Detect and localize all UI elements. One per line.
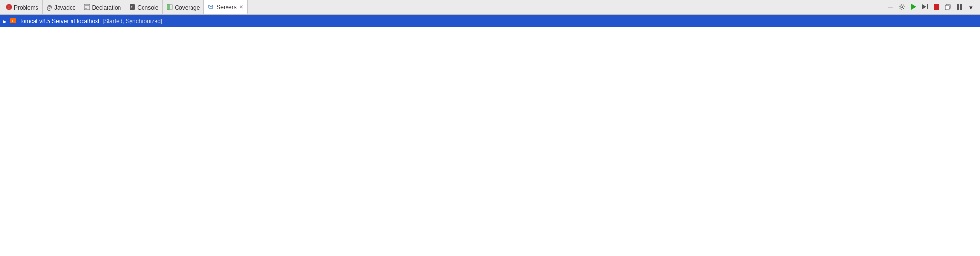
tab-bar-left: ! Problems @ Javadoc bbox=[2, 0, 883, 14]
svg-rect-21 bbox=[945, 5, 949, 10]
stop-button[interactable] bbox=[931, 2, 942, 13]
server-status: [Started, Synchronized] bbox=[102, 18, 162, 24]
declaration-icon bbox=[84, 4, 90, 12]
chevron-down-icon: ▾ bbox=[969, 4, 973, 11]
copy-icon bbox=[945, 4, 951, 12]
svg-text:>_: >_ bbox=[131, 5, 135, 9]
run-button[interactable] bbox=[908, 2, 919, 13]
skip-button[interactable] bbox=[920, 2, 930, 13]
svg-marker-16 bbox=[911, 4, 916, 10]
run-icon bbox=[909, 3, 917, 12]
stop-icon bbox=[933, 4, 940, 12]
tab-servers[interactable]: Servers ✕ bbox=[204, 0, 247, 14]
tab-coverage[interactable]: Coverage bbox=[163, 0, 204, 14]
tab-problems[interactable]: ! Problems bbox=[2, 0, 43, 14]
tab-servers-label: Servers bbox=[216, 4, 236, 11]
svg-text:T: T bbox=[12, 19, 14, 23]
svg-marker-17 bbox=[922, 4, 926, 9]
svg-point-15 bbox=[901, 6, 903, 8]
toolbar-right: ─ bbox=[883, 2, 978, 13]
javadoc-icon: @ bbox=[47, 4, 52, 11]
expand-arrow-icon: ▶ bbox=[3, 19, 7, 24]
settings-button[interactable] bbox=[896, 2, 907, 13]
tab-servers-close[interactable]: ✕ bbox=[239, 5, 243, 10]
copy-button[interactable] bbox=[943, 2, 953, 13]
tomcat-icon: T bbox=[10, 17, 16, 25]
svg-rect-24 bbox=[957, 7, 959, 10]
tab-declaration-label: Declaration bbox=[92, 4, 121, 11]
minimize-button[interactable]: ─ bbox=[885, 2, 896, 13]
grid-icon bbox=[956, 4, 963, 12]
svg-text:!: ! bbox=[8, 5, 10, 10]
problems-icon: ! bbox=[6, 4, 12, 12]
content-area: ▶ T Tomcat v8.5 Server at localhost [Sta… bbox=[0, 15, 980, 256]
skip-icon bbox=[921, 3, 928, 12]
server-name: Tomcat v8.5 Server at localhost bbox=[19, 18, 99, 24]
tab-declaration[interactable]: Declaration bbox=[80, 0, 126, 14]
tab-console[interactable]: >_ Console bbox=[125, 0, 163, 14]
console-icon: >_ bbox=[129, 4, 135, 12]
panel-container: ! Problems @ Javadoc bbox=[0, 0, 980, 256]
server-row[interactable]: ▶ T Tomcat v8.5 Server at localhost [Sta… bbox=[0, 15, 980, 27]
svg-rect-23 bbox=[960, 4, 962, 7]
svg-rect-18 bbox=[927, 4, 928, 9]
svg-rect-9 bbox=[167, 4, 170, 10]
coverage-icon bbox=[167, 4, 173, 12]
tab-problems-label: Problems bbox=[14, 4, 38, 11]
minimize-icon: ─ bbox=[888, 4, 892, 11]
tab-javadoc-label: Javadoc bbox=[54, 4, 76, 11]
grid-button[interactable] bbox=[954, 2, 965, 13]
tab-javadoc[interactable]: @ Javadoc bbox=[43, 0, 80, 14]
servers-icon bbox=[208, 3, 215, 11]
svg-rect-19 bbox=[934, 4, 939, 10]
settings-icon bbox=[898, 3, 905, 12]
tab-bar: ! Problems @ Javadoc bbox=[0, 0, 980, 15]
tab-console-label: Console bbox=[137, 4, 158, 11]
tab-coverage-label: Coverage bbox=[175, 4, 200, 11]
chevron-down-button[interactable]: ▾ bbox=[966, 2, 976, 13]
svg-rect-22 bbox=[957, 4, 959, 7]
svg-rect-25 bbox=[960, 7, 962, 10]
